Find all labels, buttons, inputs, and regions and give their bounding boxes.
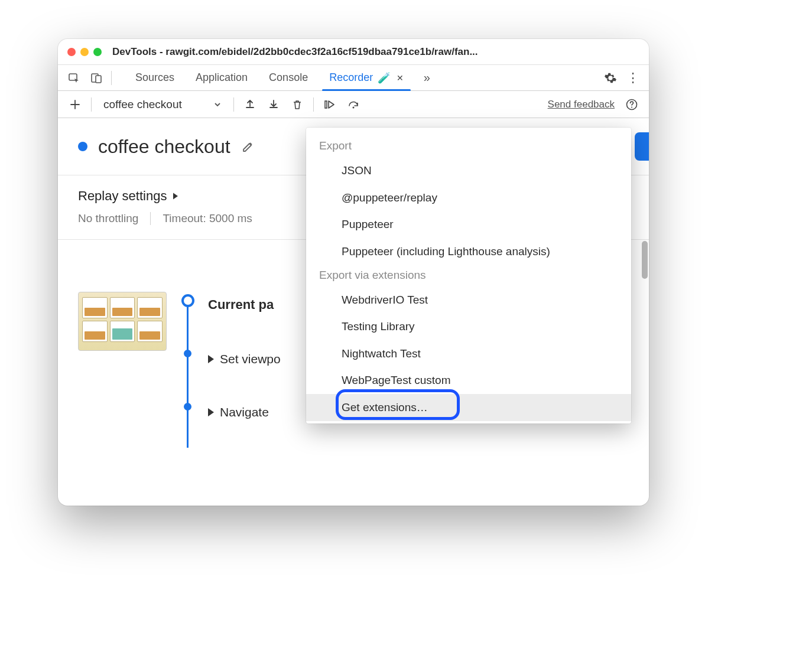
timeline-marker — [184, 403, 191, 411]
svg-rect-2 — [96, 76, 101, 83]
expand-icon — [208, 408, 214, 416]
device-toolbar-icon[interactable] — [86, 68, 106, 88]
new-recording-button[interactable] — [65, 95, 85, 115]
tab-label: Recorder — [329, 71, 373, 84]
step-through-button[interactable] — [320, 95, 340, 115]
step-label: Current pa — [208, 297, 274, 312]
settings-gear-icon[interactable] — [600, 68, 621, 88]
export-webdriverio[interactable]: WebdriverIO Test — [306, 286, 631, 314]
inspect-element-icon[interactable] — [64, 68, 84, 88]
edit-title-button[interactable] — [241, 139, 255, 154]
kebab-menu-icon[interactable]: ⋮ — [623, 68, 643, 88]
close-window-button[interactable] — [67, 48, 76, 56]
export-extensions-header: Export via extensions — [306, 265, 631, 286]
export-get-extensions[interactable]: Get extensions… — [306, 394, 631, 421]
export-puppeteer[interactable]: Puppeteer — [306, 211, 631, 238]
chevron-down-icon — [213, 100, 222, 109]
replay-button-edge[interactable] — [635, 132, 649, 161]
export-section-header: Export — [306, 136, 631, 157]
page-thumbnail — [78, 292, 167, 351]
timeout-value: Timeout: 5000 ms — [163, 212, 252, 225]
chevron-right-icon — [173, 193, 178, 199]
recording-dropdown-label: coffee checkout — [103, 98, 182, 111]
devtools-window: DevTools - rawgit.com/ebidel/2d2bb0cdec3… — [58, 39, 649, 506]
tab-application[interactable]: Application — [185, 65, 258, 90]
export-puppeteer-lighthouse[interactable]: Puppeteer (including Lighthouse analysis… — [306, 238, 631, 265]
recording-dropdown[interactable]: coffee checkout — [98, 96, 228, 113]
import-button[interactable] — [264, 95, 284, 115]
export-menu: Export JSON @puppeteer/replay Puppeteer … — [306, 128, 631, 424]
export-nightwatch[interactable]: Nightwatch Test — [306, 340, 631, 367]
step-over-button[interactable] — [343, 95, 363, 115]
divider — [233, 97, 234, 112]
delete-button[interactable] — [287, 95, 307, 115]
record-status-dot-icon — [78, 142, 87, 151]
panel-tabs-row: Sources Application Console Recorder 🧪 ✕… — [58, 65, 649, 91]
export-button[interactable] — [240, 95, 260, 115]
tab-label: Application — [196, 71, 248, 84]
tab-label: Console — [269, 71, 308, 84]
divider — [111, 71, 112, 85]
export-json[interactable]: JSON — [306, 157, 631, 184]
timeline-marker-current — [181, 294, 194, 307]
minimize-window-button[interactable] — [80, 48, 89, 56]
expand-icon — [208, 355, 214, 363]
experiment-icon: 🧪 — [378, 71, 391, 84]
close-tab-icon[interactable]: ✕ — [397, 73, 404, 83]
send-feedback-link[interactable]: Send feedback — [548, 99, 615, 110]
timeline-marker — [184, 350, 191, 357]
divider — [313, 97, 314, 112]
export-testing-library[interactable]: Testing Library — [306, 313, 631, 340]
recording-title: coffee checkout — [98, 136, 230, 158]
scrollbar-thumb[interactable] — [642, 241, 648, 279]
tab-label: Sources — [135, 71, 174, 84]
tab-recorder[interactable]: Recorder 🧪 ✕ — [319, 65, 414, 90]
svg-rect-3 — [325, 101, 327, 108]
step-label: Navigate — [220, 405, 269, 419]
window-title: DevTools - rawgit.com/ebidel/2d2bb0cdec3… — [112, 46, 639, 58]
step-label: Set viewpo — [220, 352, 281, 366]
help-button[interactable] — [622, 95, 642, 115]
recorder-toolbar: coffee checkout Send feedback — [58, 91, 649, 118]
traffic-lights — [67, 48, 102, 56]
maximize-window-button[interactable] — [93, 48, 102, 56]
export-puppeteer-replay[interactable]: @puppeteer/replay — [306, 184, 631, 211]
divider — [91, 97, 92, 112]
export-webpagetest[interactable]: WebPageTest custom — [306, 367, 631, 394]
throttling-value: No throttling — [78, 212, 138, 225]
svg-point-4 — [353, 106, 355, 108]
more-tabs-icon[interactable]: » — [417, 68, 437, 88]
tab-console[interactable]: Console — [258, 65, 319, 90]
titlebar: DevTools - rawgit.com/ebidel/2d2bb0cdec3… — [58, 39, 649, 65]
svg-point-6 — [631, 106, 632, 108]
panel-tabs: Sources Application Console Recorder 🧪 ✕ — [125, 65, 414, 90]
replay-settings-label: Replay settings — [78, 188, 167, 204]
divider — [150, 212, 151, 225]
timeline — [178, 292, 196, 424]
tab-sources[interactable]: Sources — [125, 65, 185, 90]
